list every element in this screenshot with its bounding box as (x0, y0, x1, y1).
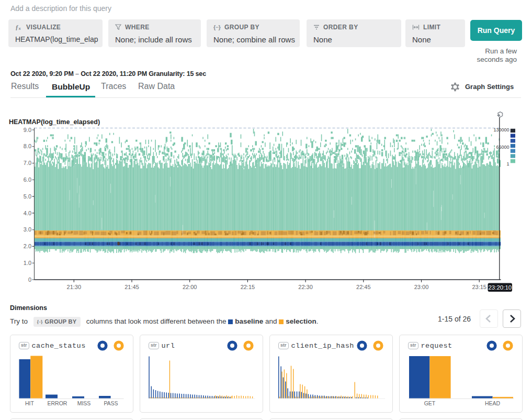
svg-text:130000: 130000 (493, 127, 509, 132)
svg-text:8.0: 8.0 (24, 143, 31, 149)
svg-text:3.0: 3.0 (24, 226, 31, 233)
svg-text:HIT: HIT (25, 400, 35, 406)
svg-text:21:45: 21:45 (124, 284, 139, 290)
svg-text:2.0: 2.0 (24, 243, 31, 249)
svg-text:x: x (19, 26, 21, 30)
svg-text:22:30: 22:30 (298, 284, 313, 290)
svg-text:}: } (219, 24, 221, 30)
svg-text:4.0: 4.0 (24, 210, 31, 216)
svg-text:23:15: 23:15 (472, 284, 486, 290)
svg-text:ERROR: ERROR (48, 400, 67, 406)
svg-text:PASS: PASS (104, 400, 118, 406)
svg-text:22:45: 22:45 (356, 284, 371, 290)
svg-text:5.0: 5.0 (24, 193, 31, 200)
svg-text:23:00: 23:00 (414, 284, 429, 290)
svg-text:1: 1 (506, 161, 509, 167)
svg-text:9.0: 9.0 (24, 127, 31, 133)
svg-text:0: 0 (28, 277, 31, 283)
svg-text:f: f (16, 24, 18, 30)
svg-text:7.0: 7.0 (24, 160, 31, 166)
svg-text:22:15: 22:15 (241, 284, 255, 290)
svg-text:21:30: 21:30 (67, 284, 82, 290)
svg-text:HEAD: HEAD (485, 400, 501, 406)
svg-text:23:20:10: 23:20:10 (488, 284, 512, 291)
svg-text:1.0: 1.0 (24, 260, 31, 266)
svg-text:GET: GET (424, 400, 436, 406)
svg-text:MISS: MISS (77, 400, 91, 406)
svg-text:6.0: 6.0 (24, 176, 31, 183)
svg-text:}: } (41, 320, 43, 325)
svg-text:{: { (213, 24, 216, 30)
svg-text:65000: 65000 (496, 145, 509, 150)
svg-text:22:00: 22:00 (183, 284, 197, 290)
svg-text:{: { (37, 320, 39, 325)
